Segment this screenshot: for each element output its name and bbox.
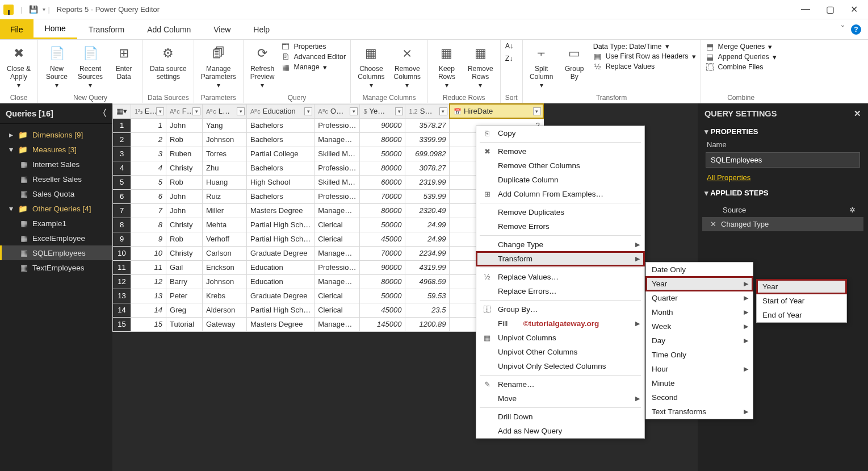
new-source-button[interactable]: 📄New Source▾ — [43, 42, 71, 91]
ctx-start-of-year[interactable]: Start of Year — [757, 294, 846, 308]
ctx-unpivot[interactable]: ▦Unpivot Columns — [476, 331, 644, 345]
tab-view[interactable]: View — [202, 19, 242, 39]
ctx-year-year[interactable]: Year — [757, 280, 846, 294]
ctx-replace-errors[interactable]: Replace Errors… — [476, 284, 644, 298]
collapse-ribbon-icon[interactable]: ˇ — [841, 24, 844, 35]
ctx-time-only[interactable]: Time Only — [646, 348, 753, 362]
row-number[interactable]: 8 — [113, 218, 131, 232]
query-excelemployee[interactable]: ▦ExcelEmployee — [0, 231, 112, 245]
sort-asc-button[interactable]: A↓ — [505, 42, 514, 50]
row-number[interactable]: 2 — [113, 132, 131, 147]
tab-file[interactable]: File — [0, 19, 33, 39]
applied-step-source[interactable]: Source✲ — [702, 203, 863, 217]
ctx-transform[interactable]: Transform▶ — [476, 252, 644, 266]
ctx-copy[interactable]: ⎘Copy — [476, 126, 644, 140]
chevron-down-icon[interactable]: ▾ — [304, 107, 312, 115]
manage-parameters-button[interactable]: 🗐Manage Parameters▾ — [199, 42, 238, 91]
manage-button[interactable]: ▦Manage ▾ — [281, 62, 346, 72]
ctx-change-type[interactable]: Change Type▶ — [476, 237, 644, 252]
delete-step-icon[interactable]: ✕ — [710, 220, 716, 228]
row-number[interactable]: 14 — [113, 303, 131, 317]
tab-home[interactable]: Home — [33, 19, 77, 39]
close-apply-button[interactable]: ✖Close & Apply▾ — [5, 42, 33, 91]
save-icon[interactable]: 💾 — [29, 5, 38, 14]
row-number[interactable]: 10 — [113, 246, 131, 260]
queries-folder-measures[interactable]: ▾📁Measures [3] — [0, 142, 112, 157]
row-number[interactable]: 15 — [113, 317, 131, 331]
tab-add-column[interactable]: Add Column — [136, 19, 202, 39]
chevron-down-icon[interactable]: ▾ — [156, 107, 164, 115]
ctx-end-of-year[interactable]: End of Year — [757, 308, 846, 322]
gear-icon[interactable]: ✲ — [849, 206, 856, 214]
ctx-remove-duplicates[interactable]: Remove Duplicates — [476, 205, 644, 219]
column-header-income[interactable]: $Ye…▾ — [360, 104, 405, 118]
minimize-button[interactable]: — — [801, 4, 810, 15]
row-number[interactable]: 4 — [113, 161, 131, 175]
ctx-text-transforms[interactable]: Text Transforms▶ — [646, 405, 753, 419]
column-header-hiredate[interactable]: 📅HireDate▾ — [450, 104, 543, 118]
row-number[interactable]: 12 — [113, 274, 131, 289]
data-source-settings-button[interactable]: ⚙Data source settings — [148, 42, 189, 84]
ctx-day[interactable]: Day▶ — [646, 334, 753, 348]
ctx-add-new-query[interactable]: Add as New Query — [476, 424, 644, 438]
close-window-button[interactable]: ✕ — [850, 4, 858, 15]
enter-data-button[interactable]: ⊞Enter Data — [110, 42, 138, 84]
properties-button[interactable]: 🗔Properties — [281, 42, 346, 51]
chevron-down-icon[interactable]: ▾ — [439, 107, 447, 115]
queries-folder-other[interactable]: ▾📁Other Queries [4] — [0, 201, 112, 216]
merge-queries-button[interactable]: ⬒Merge Queries ▾ — [706, 42, 777, 51]
row-number[interactable]: 3 — [113, 147, 131, 161]
chevron-down-icon[interactable]: ▾ — [237, 107, 245, 115]
ctx-second[interactable]: Second — [646, 390, 753, 405]
ctx-remove-other[interactable]: Remove Other Columns — [476, 159, 644, 173]
query-sqlemployees[interactable]: ▦SQLEmployees — [0, 245, 112, 260]
row-number[interactable]: 5 — [113, 175, 131, 189]
ctx-year[interactable]: Year▶ — [646, 277, 753, 291]
maximize-button[interactable]: ▢ — [826, 4, 835, 15]
ctx-hour[interactable]: Hour▶ — [646, 362, 753, 376]
sort-desc-button[interactable]: Z↓ — [505, 55, 514, 62]
tab-transform[interactable]: Transform — [77, 19, 136, 39]
combine-files-button[interactable]: ⿴Combine Files — [706, 62, 777, 72]
ctx-fill[interactable]: Fill ©tutorialgateway.org▶ — [476, 316, 644, 331]
column-header-last[interactable]: AᴮcL…▾ — [203, 104, 247, 118]
row-number[interactable]: 6 — [113, 189, 131, 203]
ctx-minute[interactable]: Minute — [646, 376, 753, 390]
ctx-week[interactable]: Week▶ — [646, 319, 753, 334]
data-type-button[interactable]: Data Type: Date/Time ▾ — [593, 42, 696, 51]
ctx-remove-errors[interactable]: Remove Errors — [476, 219, 644, 234]
remove-rows-button[interactable]: ▦Remove Rows▾ — [466, 42, 496, 91]
all-properties-link[interactable]: All Properties — [707, 173, 859, 182]
replace-values-button[interactable]: ½Replace Values — [593, 62, 696, 71]
ctx-group-by[interactable]: ⿲Group By… — [476, 302, 644, 316]
applied-steps-section[interactable]: APPLIED STEPS — [698, 185, 868, 201]
chevron-down-icon[interactable]: ▾ — [395, 107, 403, 115]
refresh-preview-button[interactable]: ⟳Refresh Preview▾ — [248, 42, 277, 91]
ctx-remove[interactable]: ✖Remove — [476, 144, 644, 159]
query-reseller-sales[interactable]: ▦Reseller Sales — [0, 172, 112, 186]
close-settings-button[interactable]: ✕ — [854, 109, 861, 118]
collapse-queries-icon[interactable]: 〈 — [98, 108, 107, 119]
query-sales-quota[interactable]: ▦Sales Quota — [0, 186, 112, 201]
column-header-first[interactable]: AᴮcF…▾ — [166, 104, 203, 118]
column-header-occupation[interactable]: AᴮcO…▾ — [315, 104, 360, 118]
ctx-drill-down[interactable]: Drill Down — [476, 410, 644, 424]
row-number[interactable]: 9 — [113, 232, 131, 246]
ctx-quarter[interactable]: Quarter▶ — [646, 291, 753, 305]
queries-folder-dimensions[interactable]: ▸📁Dimensions [9] — [0, 127, 112, 142]
ctx-rename[interactable]: ✎Rename… — [476, 377, 644, 391]
ctx-unpivot-selected[interactable]: Unpivot Only Selected Columns — [476, 359, 644, 373]
row-number[interactable]: 11 — [113, 260, 131, 274]
ctx-replace-values[interactable]: ½Replace Values… — [476, 270, 644, 284]
ctx-unpivot-other[interactable]: Unpivot Other Columns — [476, 345, 644, 359]
row-number[interactable]: 1 — [113, 118, 131, 132]
first-row-headers-button[interactable]: ▦Use First Row as Headers ▾ — [593, 52, 696, 61]
table-corner-button[interactable]: ▦▾ — [113, 104, 131, 118]
split-column-button[interactable]: ⫟Split Column▾ — [527, 42, 556, 91]
ctx-date-only[interactable]: Date Only — [646, 262, 753, 277]
append-queries-button[interactable]: ⬓Append Queries ▾ — [706, 52, 777, 61]
row-number[interactable]: 7 — [113, 203, 131, 218]
applied-step-changed-type[interactable]: ✕Changed Type — [702, 217, 863, 231]
tab-help[interactable]: Help — [242, 19, 281, 39]
chevron-down-icon[interactable]: ▾ — [533, 107, 541, 115]
